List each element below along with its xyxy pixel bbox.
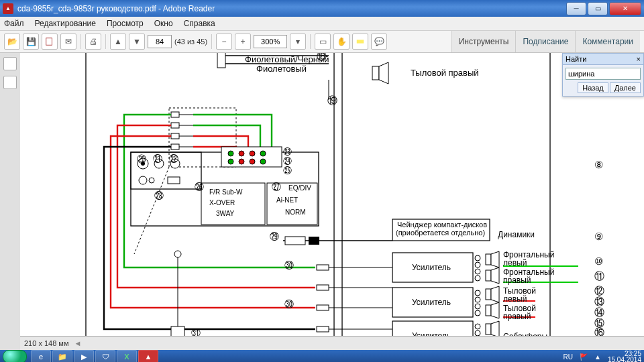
toolbar: 📂 💾 ✉ 🖨 ▲ ▼ 84 (43 из 45) − + 300% ▾ ▭ ✋…	[0, 31, 644, 53]
window-title-bar: ▲ cda-9855r_cda-9853r руководство.pdf - …	[0, 0, 644, 17]
switch-fr-sub: F/R Sub-W	[209, 188, 242, 196]
svg-rect-41	[372, 66, 379, 80]
menu-bar: Файл Редактирование Просмотр Окно Справк…	[0, 17, 644, 31]
page-down-button[interactable]: ▼	[129, 34, 145, 50]
spk-rr2: правый	[503, 312, 531, 321]
task-ie-icon[interactable]: e	[31, 350, 51, 362]
minimize-button[interactable]	[566, 2, 586, 15]
attachments-icon[interactable]	[3, 76, 17, 89]
print-button[interactable]: 🖨	[85, 34, 101, 50]
email-button[interactable]: ✉	[60, 34, 76, 50]
start-button[interactable]	[3, 350, 27, 362]
callout-26: ㉖	[195, 182, 204, 192]
app-icon: ▲	[3, 3, 13, 14]
svg-rect-40	[217, 53, 225, 68]
page-size-label: 210 x 148 мм	[24, 339, 69, 347]
svg-rect-37	[309, 237, 319, 245]
amp-2: Усилитель	[412, 298, 451, 307]
menu-view[interactable]: Просмотр	[107, 19, 144, 28]
find-close-icon[interactable]: ×	[637, 55, 641, 63]
menu-file[interactable]: Файл	[4, 19, 24, 28]
find-panel: Найти × Назад Далее	[562, 53, 644, 97]
zoom-out-button[interactable]: −	[216, 34, 232, 50]
svg-point-19	[228, 151, 233, 156]
callout-20: ⑳	[137, 154, 146, 166]
svg-point-53	[475, 310, 480, 316]
tray-date: 15.04.2014	[608, 356, 641, 362]
zoom-input[interactable]: 300%	[254, 35, 287, 48]
spk-fr2: правый	[503, 276, 531, 285]
tool-highlight-button[interactable]	[352, 34, 368, 50]
callout-19: ⑲	[327, 95, 337, 107]
svg-point-70	[174, 251, 181, 257]
save-button[interactable]: 💾	[23, 34, 39, 50]
wire-label-v: Фиолетовый	[256, 64, 307, 74]
svg-point-51	[475, 297, 480, 302]
tray-network-icon[interactable]: ▲	[594, 353, 601, 361]
svg-rect-8	[171, 112, 179, 117]
tab-sign[interactable]: Подписание	[515, 31, 575, 52]
svg-point-48	[475, 269, 480, 274]
tool-comment-button[interactable]: 💬	[371, 34, 387, 50]
find-next-button[interactable]: Далее	[610, 82, 641, 93]
svg-point-52	[475, 304, 480, 309]
svg-rect-68	[171, 326, 184, 337]
find-input[interactable]	[566, 68, 641, 80]
svg-point-77	[149, 178, 154, 183]
svg-point-22	[260, 151, 266, 156]
changer-l2: (приобретается отдельно)	[396, 229, 485, 237]
thumbnails-icon[interactable]	[3, 57, 17, 70]
callout-30b: ㉚	[284, 298, 294, 309]
callout-28: ㉘	[154, 190, 164, 201]
taskbar: e 📁 ▶ 🛡 X ▲ RU 🚩 ▲ 23:25 15.04.2014	[0, 350, 644, 362]
tab-tools[interactable]: Инструменты	[451, 31, 516, 52]
callout-29: ㉙	[270, 231, 279, 242]
svg-point-47	[475, 262, 480, 267]
status-bar: 210 x 148 мм ◄	[20, 336, 644, 350]
callout-22: ㉒	[169, 154, 178, 164]
switch-eqdiv: EQ/DIV	[288, 184, 311, 192]
tray-flag-icon[interactable]: 🚩	[580, 353, 588, 361]
task-explorer-icon[interactable]: 📁	[52, 350, 72, 362]
col-8: ⑧	[594, 159, 603, 171]
task-media-icon[interactable]: ▶	[74, 350, 94, 362]
tool-select-button[interactable]: ▭	[315, 34, 331, 50]
menu-window[interactable]: Окно	[154, 19, 173, 28]
pdf-page: Фиолетовый/Черный Фиолетовый Тыловой пра…	[20, 53, 644, 337]
scroll-left-icon[interactable]: ◄	[74, 339, 82, 347]
page-total-label: (43 из 45)	[174, 38, 207, 46]
maximize-button[interactable]	[588, 2, 608, 15]
svg-rect-78	[168, 177, 180, 184]
page-up-button[interactable]: ▲	[110, 34, 126, 50]
svg-point-55	[475, 330, 480, 336]
svg-rect-58	[486, 254, 491, 265]
export-pdf-button[interactable]	[42, 34, 58, 50]
svg-rect-59	[486, 270, 491, 281]
close-button[interactable]	[609, 2, 641, 15]
switch-3way: 3WAY	[216, 210, 234, 217]
col-16: ⑯	[594, 326, 604, 337]
callout-23: ㉓	[283, 147, 292, 157]
task-shield-icon[interactable]: 🛡	[95, 350, 115, 362]
document-area: Фиолетовый/Черный Фиолетовый Тыловой пра…	[0, 53, 644, 350]
menu-edit[interactable]: Редактирование	[35, 19, 96, 28]
task-reader-icon[interactable]: ▲	[138, 350, 158, 362]
svg-point-50	[475, 290, 480, 296]
svg-rect-29	[317, 285, 329, 290]
callout-21: ㉑	[153, 154, 162, 164]
spk-rear-right: Тыловой правый	[411, 68, 479, 78]
zoom-in-button[interactable]: +	[235, 34, 251, 50]
find-prev-button[interactable]: Назад	[578, 82, 608, 93]
task-excel-icon[interactable]: X	[117, 350, 137, 362]
svg-rect-62	[486, 324, 491, 335]
switch-xover: X-OVER	[209, 199, 235, 206]
tab-comment[interactable]: Комментарии	[575, 31, 640, 52]
tool-hand-button[interactable]: ✋	[333, 34, 350, 50]
col-11: ⑪	[594, 270, 604, 283]
zoom-dropdown-button[interactable]: ▾	[290, 34, 306, 50]
page-number-input[interactable]: 84	[148, 35, 172, 48]
svg-point-54	[475, 324, 480, 329]
open-button[interactable]: 📂	[4, 34, 20, 50]
menu-help[interactable]: Справка	[184, 19, 215, 28]
tray-lang[interactable]: RU	[564, 353, 573, 361]
